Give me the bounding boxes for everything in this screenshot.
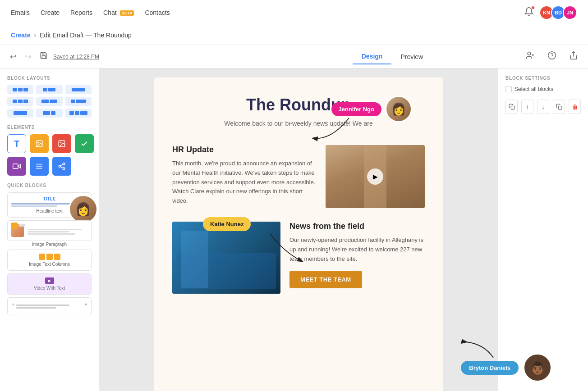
collab-jennifer-avatar: 👩 bbox=[385, 95, 412, 123]
elements-title: ELEMENTS bbox=[7, 125, 92, 130]
collab-bryton: Bryton Daniels 👨🏾 bbox=[461, 353, 552, 382]
breadcrumb-separator: › bbox=[34, 32, 37, 39]
layout-three-uneven[interactable] bbox=[65, 109, 92, 118]
save-button[interactable] bbox=[37, 49, 51, 64]
copy-button[interactable] bbox=[553, 100, 565, 114]
avatar-jn[interactable]: JN bbox=[563, 5, 577, 20]
svg-point-15 bbox=[63, 163, 65, 165]
tab-design[interactable]: Design bbox=[353, 49, 392, 64]
chat-beta-badge: BETA bbox=[120, 10, 134, 16]
toolbar-center: Design Preview bbox=[265, 49, 519, 64]
layout-one-col[interactable] bbox=[7, 109, 33, 118]
block-settings-title: BLOCK SETTINGS bbox=[505, 76, 581, 81]
collab-jennifer: Jennifer Ngo 👩 bbox=[331, 95, 412, 123]
toolbar: ↩ ↪ Saved at 12:28 PM Design Preview bbox=[0, 45, 588, 68]
tab-preview[interactable]: Preview bbox=[391, 50, 432, 64]
breadcrumb: Create › Edit Email Draft — The Roundup bbox=[0, 25, 588, 45]
avatar-group: KN BD JN bbox=[539, 5, 577, 20]
breadcrumb-current-page: Edit Email Draft — The Roundup bbox=[40, 32, 132, 39]
right-sidebar: BLOCK SETTINGS Select all blocks ↑ ↓ 🗑 bbox=[498, 68, 588, 391]
qb-headline[interactable]: TITLE Headline text 👩 bbox=[7, 192, 92, 218]
layout-split[interactable] bbox=[65, 97, 92, 106]
layout-two-thirds[interactable] bbox=[36, 109, 62, 118]
layout-two-col-right[interactable] bbox=[36, 85, 62, 94]
news-text-col: News from the field Our newly-opened pro… bbox=[289, 222, 425, 288]
layout-two-col[interactable] bbox=[36, 97, 62, 106]
check-element[interactable] bbox=[75, 134, 94, 153]
notifications-icon[interactable] bbox=[524, 7, 534, 18]
gallery-element[interactable] bbox=[52, 134, 71, 153]
svg-line-18 bbox=[60, 167, 63, 168]
meet-team-button[interactable]: MEET THE TEAM bbox=[289, 271, 362, 288]
toolbar-right bbox=[523, 48, 581, 65]
move-down-button[interactable]: ↓ bbox=[537, 100, 549, 114]
notification-dot bbox=[531, 6, 535, 9]
canvas-area[interactable]: The Roundup Welcome back to our bi-weekl… bbox=[99, 68, 498, 391]
svg-point-17 bbox=[63, 168, 65, 170]
nav-right: KN BD JN bbox=[524, 5, 577, 20]
main-layout: BLOCK LAYOUTS bbox=[0, 68, 588, 391]
hr-update-text-col: HR Update This month, we're proud to ann… bbox=[172, 145, 317, 206]
collab-katie-label: Katie Nunez bbox=[203, 217, 251, 231]
svg-point-16 bbox=[59, 165, 61, 168]
add-user-button[interactable] bbox=[523, 48, 537, 65]
video-element[interactable] bbox=[7, 157, 26, 176]
collab-jennifer-label: Jennifer Ngo bbox=[331, 102, 381, 116]
top-nav: Emails Create Reports Chat BETA Contacts… bbox=[0, 0, 588, 25]
layout-full[interactable] bbox=[65, 85, 92, 94]
redo-button[interactable]: ↪ bbox=[22, 49, 34, 64]
svg-line-19 bbox=[60, 164, 63, 166]
image-element[interactable] bbox=[30, 134, 49, 153]
move-up-button[interactable]: ↑ bbox=[521, 100, 533, 114]
layout-three-col-2[interactable] bbox=[7, 97, 33, 106]
toolbar-left: ↩ ↪ Saved at 12:28 PM bbox=[7, 49, 262, 64]
hr-media-col: ▶ bbox=[326, 145, 425, 208]
breadcrumb-create[interactable]: Create bbox=[11, 32, 31, 39]
qb-image-text-label: Image Text Columns bbox=[11, 262, 87, 267]
divider-element[interactable] bbox=[30, 157, 49, 176]
share-element[interactable] bbox=[52, 157, 71, 176]
news-section: News from the field Our newly-opened pro… bbox=[154, 217, 443, 303]
select-all-row: Select all blocks bbox=[505, 86, 581, 92]
svg-point-3 bbox=[548, 52, 556, 59]
news-image-col bbox=[172, 222, 280, 294]
qb-video-label: Video With Text bbox=[11, 286, 87, 291]
quick-blocks-title: QUICK BLOCKS bbox=[7, 183, 92, 188]
svg-rect-11 bbox=[13, 164, 18, 169]
svg-point-7 bbox=[37, 142, 38, 143]
layout-three-col[interactable] bbox=[7, 85, 33, 94]
quick-blocks-list: TITLE Headline text 👩 bbox=[7, 192, 92, 315]
qb-quote[interactable]: " " bbox=[7, 297, 92, 315]
block-actions: ↑ ↓ 🗑 bbox=[505, 100, 581, 114]
delete-block-button[interactable]: 🗑 bbox=[569, 100, 581, 114]
nav-reports[interactable]: Reports bbox=[70, 9, 92, 16]
nav-emails[interactable]: Emails bbox=[11, 9, 30, 16]
svg-marker-10 bbox=[18, 164, 20, 168]
svg-rect-23 bbox=[558, 106, 562, 109]
hr-update-section: HR Update This month, we're proud to ann… bbox=[154, 136, 443, 217]
news-heading: News from the field bbox=[289, 222, 425, 231]
block-layouts-grid bbox=[7, 85, 92, 118]
nav-contacts[interactable]: Contacts bbox=[145, 9, 170, 16]
select-all-checkbox[interactable] bbox=[505, 86, 512, 92]
text-element[interactable]: T bbox=[7, 134, 26, 153]
svg-point-9 bbox=[60, 142, 61, 143]
export-button[interactable] bbox=[566, 48, 581, 65]
nav-links: Emails Create Reports Chat BETA Contacts bbox=[11, 9, 170, 16]
select-all-label: Select all blocks bbox=[514, 86, 553, 92]
duplicate-block-button[interactable] bbox=[505, 100, 518, 114]
qb-image-text[interactable]: Image Text Columns bbox=[7, 250, 92, 271]
collab-katie: Katie Nunez bbox=[203, 217, 251, 231]
play-button[interactable]: ▶ bbox=[367, 168, 383, 185]
help-button[interactable] bbox=[545, 48, 559, 65]
nav-create[interactable]: Create bbox=[41, 9, 60, 16]
news-text: Our newly-opened production facility in … bbox=[289, 236, 425, 264]
nav-chat[interactable]: Chat BETA bbox=[103, 9, 134, 16]
qb-image-para[interactable] bbox=[7, 220, 92, 241]
block-layouts-title: BLOCK LAYOUTS bbox=[7, 76, 92, 81]
saved-timestamp[interactable]: Saved at 12:28 PM bbox=[53, 54, 99, 60]
undo-button[interactable]: ↩ bbox=[7, 49, 19, 64]
collab-bryton-avatar: 👨🏾 bbox=[523, 353, 552, 382]
hr-video-thumbnail: ▶ bbox=[326, 145, 425, 208]
qb-video-text[interactable]: ▶ Video With Text bbox=[7, 273, 92, 295]
